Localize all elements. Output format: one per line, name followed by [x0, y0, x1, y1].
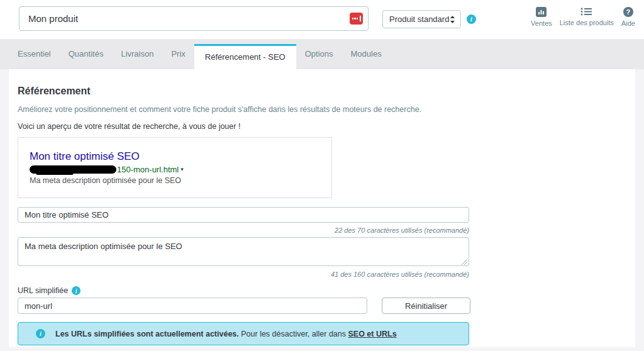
- serp-url-line: 150-mon-url.html ▾: [30, 165, 184, 174]
- alert-text: Les URLs simplifiées sont actuellement a…: [55, 330, 397, 338]
- product-name-input[interactable]: [19, 6, 369, 31]
- product-header: Produit standard i Ventes Liste des prod…: [0, 0, 644, 39]
- product-tabs: Essentiel Quantités Livraison Prix Référ…: [0, 39, 644, 69]
- friendly-url-input[interactable]: [18, 298, 367, 314]
- product-list-button[interactable]: Liste des produits: [560, 7, 614, 26]
- tab-modules[interactable]: Modules: [342, 39, 391, 69]
- seo-intro-text: Améliorez votre positionnement et commen…: [18, 105, 421, 114]
- help-label: Aide: [621, 20, 635, 27]
- bar-chart-icon: [536, 7, 547, 17]
- product-name-field-wrap: [19, 6, 369, 31]
- product-type-info-icon[interactable]: i: [467, 14, 476, 24]
- help-button[interactable]: ? Aide: [621, 7, 635, 27]
- alert-info-icon: i: [36, 329, 45, 338]
- reset-url-button[interactable]: Réinitialiser: [382, 298, 470, 314]
- sales-button[interactable]: Ventes: [531, 7, 552, 27]
- product-type-value: Produit standard: [389, 14, 450, 24]
- section-title: Référencement: [18, 86, 91, 97]
- tab-prix[interactable]: Prix: [162, 39, 194, 69]
- tab-referencement-seo[interactable]: Référencement - SEO: [194, 44, 296, 69]
- redacted-url-blob: [30, 165, 116, 174]
- seo-panel: Référencement Améliorez votre positionne…: [9, 69, 635, 347]
- tab-essentiel[interactable]: Essentiel: [9, 39, 60, 69]
- serp-caret-icon: ▾: [180, 166, 184, 172]
- seo-and-urls-link[interactable]: SEO et URLs: [348, 330, 396, 338]
- friendly-url-label-row: URL simplifiée i: [18, 286, 80, 295]
- tab-options[interactable]: Options: [296, 39, 342, 69]
- tab-livraison[interactable]: Livraison: [112, 39, 162, 69]
- list-icon: [580, 7, 592, 16]
- meta-title-input[interactable]: [18, 207, 469, 223]
- serp-description: Ma meta description optimisée pour le SE…: [30, 176, 181, 185]
- serp-preview-card: Mon titre optimisé SEO 150-mon-url.html …: [18, 137, 332, 198]
- friendly-url-info-icon[interactable]: i: [72, 286, 80, 295]
- meta-description-counter: 41 des 160 caractères utilisés (recomman…: [18, 270, 469, 278]
- friendly-url-alert: i Les URLs simplifiées sont actuellement…: [18, 322, 469, 345]
- meta-title-counter: 22 des 70 caractères utilisés (recommand…: [18, 226, 469, 234]
- language-ellipsis-icon[interactable]: [350, 13, 363, 25]
- tab-quantites[interactable]: Quantités: [60, 39, 113, 69]
- alert-bold-text: Les URLs simplifiées sont actuellement a…: [55, 330, 239, 338]
- meta-description-textarea[interactable]: Ma meta description optimisée pour le SE…: [18, 237, 469, 266]
- serp-url-suffix: 150-mon-url.html: [117, 165, 179, 174]
- friendly-url-label: URL simplifiée: [18, 286, 68, 295]
- product-type-select[interactable]: Produit standard: [382, 10, 461, 28]
- select-caret-icon: [450, 15, 455, 24]
- alert-rest-text: Pour les désactiver, aller dans: [239, 330, 348, 338]
- sales-label: Ventes: [531, 20, 552, 27]
- serp-preview-hint: Voici un aperçu de votre résultat de rec…: [18, 122, 240, 131]
- product-list-label: Liste des produits: [560, 19, 614, 26]
- header-actions: Ventes Liste des produits ? Aide: [531, 7, 635, 27]
- question-icon: ?: [623, 7, 633, 17]
- serp-title: Mon titre optimisé SEO: [30, 150, 140, 163]
